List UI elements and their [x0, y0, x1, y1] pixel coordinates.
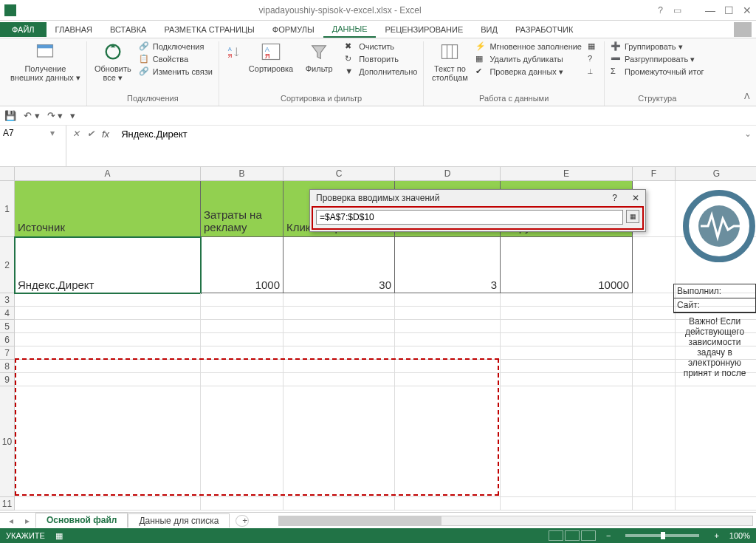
collapse-ribbon-button[interactable]: ᐱ [744, 92, 750, 101]
row-header-7[interactable]: 7 [0, 346, 15, 360]
advanced-filter-button[interactable]: ▼Дополнительно [345, 66, 417, 77]
row-header-9[interactable]: 9 [0, 373, 15, 386]
data-validation-button[interactable]: ✔Проверка данных ▾ [475, 66, 582, 77]
cell-A2[interactable]: Яндекс.Директ [15, 237, 201, 293]
row-header-2[interactable]: 2 [0, 237, 15, 293]
cell-E11[interactable] [501, 497, 633, 510]
zoom-level[interactable]: 100% [729, 531, 750, 540]
cell-E6[interactable] [501, 333, 633, 346]
col-header-D[interactable]: D [395, 167, 501, 181]
consolidate-button[interactable]: ▦ [588, 41, 598, 52]
cell-F9[interactable] [633, 373, 676, 386]
cell-F6[interactable] [633, 333, 676, 346]
cell-B5[interactable] [201, 320, 284, 333]
cell-D3[interactable] [395, 293, 501, 307]
get-external-data-button[interactable]: Получение внешних данных ▾ [10, 41, 80, 83]
cell-B4[interactable] [201, 307, 284, 320]
cell-C6[interactable] [284, 333, 395, 346]
cell-B3[interactable] [201, 293, 284, 307]
dialog-close-button[interactable]: ✕ [632, 193, 639, 203]
collapse-dialog-button[interactable]: ▦ [626, 210, 639, 223]
sort-az-button[interactable]: АЯ [225, 41, 243, 64]
account-icon[interactable] [734, 22, 752, 37]
tab-home[interactable]: ГЛАВНАЯ [47, 22, 101, 37]
cell-D6[interactable] [395, 333, 501, 346]
reapply-button[interactable]: ↻Повторить [345, 54, 417, 64]
undo-icon[interactable]: ↶ ▾ [24, 110, 40, 121]
row-header-11[interactable]: 11 [0, 497, 15, 510]
tab-formulas[interactable]: ФОРМУЛЫ [264, 22, 323, 37]
row-header-6[interactable]: 6 [0, 333, 15, 346]
redo-icon[interactable]: ↷ ▾ [47, 110, 63, 121]
connections-button[interactable]: 🔗Подключения [139, 41, 213, 52]
sort-button[interactable]: АЯ Сортировка [249, 41, 293, 73]
cell-F8[interactable] [633, 360, 676, 373]
row-header-4[interactable]: 4 [0, 307, 15, 320]
tab-data[interactable]: ДАННЫЕ [323, 21, 377, 38]
formula-input[interactable]: Яндекс.Директ [115, 126, 740, 166]
cell-E2[interactable]: 10000 [501, 237, 633, 293]
cell-C4[interactable] [284, 307, 395, 320]
cell-F10[interactable] [633, 386, 676, 497]
horizontal-scrollbar[interactable] [278, 516, 753, 526]
cell-B6[interactable] [201, 333, 284, 346]
page-layout-view-button[interactable] [565, 530, 580, 541]
cell-D5[interactable] [395, 320, 501, 333]
help-icon[interactable]: ? [658, 5, 663, 16]
col-header-A[interactable]: A [15, 167, 201, 181]
cell-C2[interactable]: 30 [284, 237, 395, 293]
remove-duplicates-button[interactable]: ▦Удалить дубликаты [475, 54, 582, 64]
qat-customize-icon[interactable]: ▾ [70, 110, 75, 121]
refresh-all-button[interactable]: Обновить все ▾ [93, 41, 133, 83]
properties-button[interactable]: 📋Свойства [139, 54, 213, 64]
file-tab[interactable]: ФАЙЛ [0, 22, 47, 37]
col-header-F[interactable]: F [633, 167, 676, 181]
cell-E8[interactable] [501, 360, 633, 373]
cell-F11[interactable] [633, 497, 676, 510]
cancel-formula-icon[interactable]: ✕ [72, 129, 80, 139]
maximize-button[interactable]: ☐ [724, 4, 734, 16]
accept-formula-icon[interactable]: ✔ [87, 129, 94, 139]
cell-C5[interactable] [284, 320, 395, 333]
cell-F7[interactable] [633, 346, 676, 360]
cell-A1[interactable]: Источник [15, 181, 201, 237]
filter-button[interactable]: Фильтр [299, 41, 339, 73]
sheet-nav-next[interactable]: ▸ [19, 516, 35, 526]
cell-C11[interactable] [284, 497, 395, 510]
cell-C3[interactable] [284, 293, 395, 307]
fx-icon[interactable]: fx [102, 129, 109, 140]
row-header-3[interactable]: 3 [0, 293, 15, 307]
tab-page-layout[interactable]: РАЗМЕТКА СТРАНИЦЫ [155, 22, 263, 37]
cell-D4[interactable] [395, 307, 501, 320]
cell-F5[interactable] [633, 320, 676, 333]
relationships-button[interactable]: ⟂ [588, 66, 598, 77]
cell-A4[interactable] [15, 307, 201, 320]
zoom-slider[interactable] [625, 534, 699, 537]
cell-E3[interactable] [501, 293, 633, 307]
row-header-1[interactable]: 1 [0, 181, 15, 237]
cell-G10[interactable] [676, 386, 756, 497]
save-icon[interactable]: 💾 [4, 110, 16, 121]
normal-view-button[interactable] [549, 530, 563, 541]
sheet-tab-main[interactable]: Основной файл [35, 513, 128, 528]
ribbon-options-icon[interactable]: ▭ [673, 5, 681, 16]
cell-A11[interactable] [15, 497, 201, 510]
tab-review[interactable]: РЕЦЕНЗИРОВАНИЕ [376, 22, 472, 37]
tab-view[interactable]: ВИД [472, 22, 506, 37]
page-break-view-button[interactable] [581, 530, 596, 541]
name-box[interactable]: ▾ [0, 126, 66, 166]
edit-links-button[interactable]: 🔗Изменить связи [139, 66, 213, 77]
row-header-8[interactable]: 8 [0, 360, 15, 373]
col-header-C[interactable]: C [284, 167, 395, 181]
cell-D2[interactable]: 3 [395, 237, 501, 293]
cell-E4[interactable] [501, 307, 633, 320]
cell-G11[interactable] [676, 497, 756, 510]
subtotal-button[interactable]: ΣПромежуточный итог [611, 66, 704, 77]
cell-A5[interactable] [15, 320, 201, 333]
minimize-button[interactable]: — [705, 4, 715, 16]
tab-insert[interactable]: ВСТАВКА [101, 22, 155, 37]
row-header-5[interactable]: 5 [0, 320, 15, 333]
col-header-E[interactable]: E [501, 167, 633, 181]
cell-F2[interactable] [633, 237, 676, 293]
cell-B11[interactable] [201, 497, 284, 510]
